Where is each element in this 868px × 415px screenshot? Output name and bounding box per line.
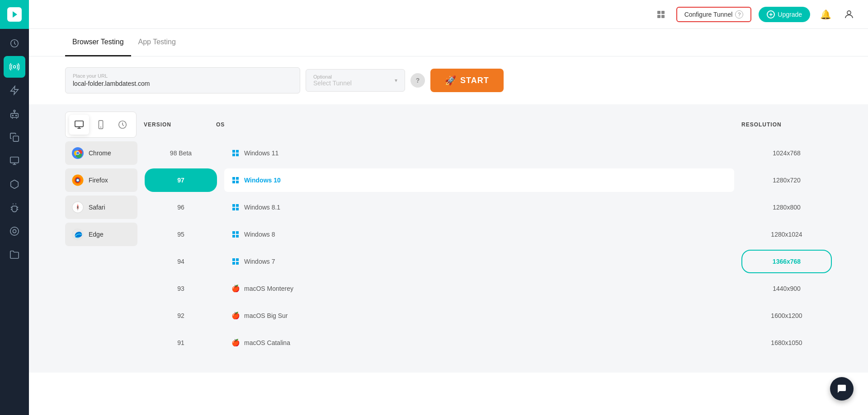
sidebar-item-robot[interactable]	[4, 103, 25, 125]
notifications-icon[interactable]: 🔔	[817, 6, 834, 23]
rocket-icon: 🚀	[445, 75, 457, 86]
controls-row: Place your URL Optional Select Tunnel ▾ …	[29, 56, 868, 104]
tab-browser-testing[interactable]: Browser Testing	[65, 29, 131, 56]
user-icon[interactable]	[841, 6, 857, 23]
version-98beta[interactable]: 98 Beta	[145, 141, 217, 165]
os-column: Windows 11 Windows 10 Window	[224, 141, 734, 354]
apple-icon-monterey: 🍎	[231, 284, 240, 293]
svg-point-5	[12, 115, 13, 116]
edge-icon	[71, 228, 84, 241]
browser-item-firefox[interactable]: Firefox	[65, 168, 137, 192]
res-1280x1024[interactable]: 1280x1024	[741, 223, 832, 246]
res-1280x720[interactable]: 1280x720	[741, 168, 832, 192]
os-macos-monterey[interactable]: 🍎 macOS Monterey	[224, 277, 734, 300]
browser-item-safari[interactable]: Safari	[65, 196, 137, 219]
tunnel-optional-label: Optional	[313, 74, 391, 79]
version-91[interactable]: 91	[145, 331, 217, 354]
res-1440x900[interactable]: 1440x900	[741, 277, 832, 300]
main-area: Configure Tunnel ? + Upgrade 🔔 Browser T…	[29, 0, 868, 415]
configure-tunnel-button[interactable]: Configure Tunnel ?	[676, 7, 752, 22]
start-button[interactable]: 🚀 START	[430, 69, 504, 92]
svg-point-6	[16, 115, 17, 116]
device-tab-desktop[interactable]	[69, 115, 89, 135]
os-macos-bigsur[interactable]: 🍎 macOS Big Sur	[224, 304, 734, 327]
svg-point-19	[847, 11, 851, 14]
apple-icon-bigsur: 🍎	[231, 312, 240, 320]
version-92[interactable]: 92	[145, 304, 217, 327]
svg-rect-10	[10, 157, 19, 163]
windows-icon	[231, 149, 240, 157]
grid-icon[interactable]	[653, 6, 669, 23]
res-1366x768[interactable]: 1366x768	[741, 250, 832, 273]
sidebar-item-copy[interactable]	[4, 126, 25, 148]
svg-point-13	[10, 227, 19, 235]
configure-tunnel-label: Configure Tunnel	[684, 11, 733, 18]
svg-rect-20	[75, 121, 83, 127]
upgrade-plus-icon: +	[767, 10, 775, 19]
upgrade-button[interactable]: + Upgrade	[759, 7, 810, 22]
sidebar	[0, 0, 29, 415]
sidebar-item-bug[interactable]	[4, 197, 25, 219]
res-1680x1050[interactable]: 1680x1050	[741, 331, 832, 354]
url-input-wrapper[interactable]: Place your URL	[65, 67, 300, 93]
svg-point-4	[14, 110, 15, 112]
browser-list: Chrome Firefox	[65, 141, 137, 354]
upgrade-label: Upgrade	[778, 11, 802, 18]
svg-rect-17	[657, 15, 660, 18]
sidebar-item-lightning[interactable]	[4, 79, 25, 101]
apple-icon-catalina: 🍎	[231, 339, 240, 347]
windows-icon-8	[231, 230, 240, 238]
browser-item-edge[interactable]: Edge	[65, 223, 137, 246]
svg-point-33	[76, 179, 79, 181]
tab-app-testing[interactable]: App Testing	[131, 29, 183, 56]
browser-item-chrome[interactable]: Chrome	[65, 141, 137, 165]
version-97[interactable]: 97	[145, 168, 217, 192]
chrome-label: Chrome	[89, 149, 111, 157]
safari-icon	[71, 201, 84, 214]
os-windows11[interactable]: Windows 11	[224, 141, 734, 165]
version-95[interactable]: 95	[145, 223, 217, 246]
svg-marker-2	[11, 86, 19, 94]
version-header: VERSION	[144, 121, 216, 128]
main-tabs: Browser Testing App Testing	[29, 29, 868, 56]
device-tab-mobile[interactable]	[91, 115, 111, 135]
logo-button[interactable]	[0, 0, 29, 29]
chat-bubble-button[interactable]	[830, 377, 854, 401]
firefox-label: Firefox	[89, 177, 108, 184]
os-macos-catalina[interactable]: 🍎 macOS Catalina	[224, 331, 734, 354]
tunnel-select[interactable]: Optional Select Tunnel ▾	[306, 69, 405, 92]
sidebar-item-live[interactable]	[4, 56, 25, 78]
sidebar-item-clock[interactable]	[4, 33, 25, 54]
chevron-down-icon: ▾	[395, 77, 397, 84]
svg-rect-18	[661, 15, 665, 18]
os-header: OS	[216, 121, 741, 128]
version-94[interactable]: 94	[145, 250, 217, 273]
os-windows7[interactable]: Windows 7	[224, 250, 734, 273]
res-1024x768[interactable]: 1024x768	[741, 141, 832, 165]
res-1600x1200[interactable]: 1600x1200	[741, 304, 832, 327]
sidebar-item-monitor[interactable]	[4, 150, 25, 172]
sidebar-item-visual[interactable]	[4, 220, 25, 242]
version-column: 98 Beta 97 96 95 94 93	[145, 141, 217, 354]
safari-label: Safari	[89, 204, 105, 211]
windows-icon-81	[231, 203, 240, 211]
sidebar-item-folder[interactable]	[4, 244, 25, 266]
os-windows81[interactable]: Windows 8.1	[224, 196, 734, 219]
svg-point-38	[77, 207, 78, 208]
version-93[interactable]: 93	[145, 277, 217, 300]
svg-point-1	[13, 65, 16, 68]
windows-icon-7	[231, 257, 240, 266]
svg-point-14	[13, 229, 16, 233]
device-tab-history[interactable]	[113, 115, 132, 135]
tunnel-help-icon[interactable]: ?	[410, 73, 425, 88]
header: Configure Tunnel ? + Upgrade 🔔	[29, 0, 868, 29]
res-1280x800[interactable]: 1280x800	[741, 196, 832, 219]
content-area: Browser Testing App Testing Place your U…	[29, 29, 868, 415]
os-windows10[interactable]: Windows 10	[224, 168, 734, 192]
url-input[interactable]	[73, 80, 292, 87]
version-96[interactable]: 96	[145, 196, 217, 219]
svg-point-29	[76, 152, 79, 154]
os-windows8[interactable]: Windows 8	[224, 223, 734, 246]
sidebar-item-box[interactable]	[4, 173, 25, 195]
firefox-icon	[71, 174, 84, 187]
